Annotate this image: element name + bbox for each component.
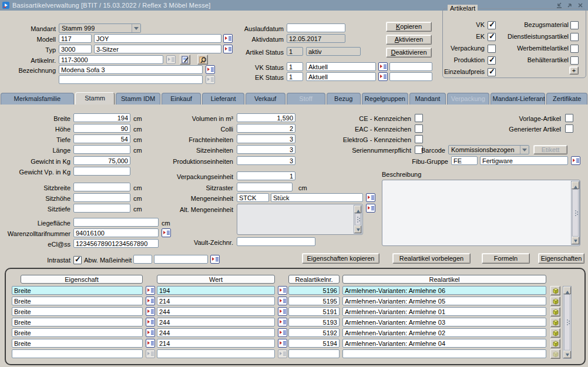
scroll-up-icon[interactable] [572, 181, 579, 189]
wert-cell[interactable] [157, 328, 275, 337]
sitzraster-field[interactable] [237, 183, 293, 191]
chevron-down-icon[interactable] [520, 146, 529, 154]
wert-lov-icon[interactable] [278, 339, 287, 348]
typ-lov-icon[interactable] [223, 45, 233, 53]
scroll-thumb[interactable] [572, 189, 579, 237]
eigenschaft-lov-icon[interactable] [146, 286, 155, 295]
elektrog-kennzeichen-checkbox[interactable] [415, 135, 423, 143]
behaelterartikel-checkbox[interactable] [570, 56, 579, 65]
realartikel-cell[interactable] [342, 349, 546, 358]
eigenschaft-lov-icon[interactable] [146, 318, 155, 326]
wert-cell[interactable] [157, 307, 275, 316]
realartikel-open-button[interactable] [550, 307, 560, 317]
artikelnr-edit-button[interactable] [180, 55, 190, 65]
eigenschaft-lov-icon[interactable] [146, 339, 155, 348]
colli-field[interactable] [237, 124, 295, 133]
tab-stamm-idm[interactable]: Stamm IDM [116, 93, 160, 105]
verpackungseinheit-field[interactable] [237, 171, 295, 180]
tab-stamm[interactable]: Stamm [75, 92, 115, 105]
realartikel-vorbelegen-button[interactable]: Realartikel vorbelegen [392, 253, 471, 264]
eigenschaft-cell[interactable] [12, 318, 143, 326]
typ-code-field[interactable] [59, 45, 92, 53]
realartikelnr-cell[interactable] [288, 318, 340, 326]
eigenschaft-lov-icon[interactable] [146, 328, 155, 337]
table-scrollbar[interactable] [563, 286, 572, 359]
beschreibung-textarea[interactable] [382, 180, 580, 246]
abw-masseinheit-text-field[interactable] [154, 255, 208, 264]
scroll-down-icon[interactable] [563, 351, 571, 358]
abw-masseinheit-code-field[interactable] [133, 255, 152, 264]
eac-kennzeichen-checkbox[interactable] [415, 124, 423, 133]
ek-status-code-field[interactable] [287, 72, 303, 81]
bezugsmaterial-checkbox[interactable] [570, 21, 579, 29]
ek-checkbox[interactable] [488, 33, 496, 41]
tab-regelgruppen[interactable]: Regelgruppen [362, 93, 408, 105]
bezeichnung2-field[interactable] [59, 75, 203, 84]
artikelnr-search-button[interactable] [197, 55, 208, 65]
realartikel-open-button[interactable] [550, 286, 560, 295]
realartikelnr-cell[interactable] [288, 297, 340, 305]
eigenschaft-cell[interactable] [12, 297, 143, 305]
realartikelnr-cell[interactable] [288, 307, 340, 316]
breite-field[interactable] [73, 113, 130, 122]
ce-kennzeichen-checkbox[interactable] [415, 114, 423, 122]
eclass-field[interactable] [73, 239, 159, 248]
realartikel-cell[interactable] [342, 307, 546, 316]
typ-name-field[interactable] [94, 45, 221, 53]
wert-lov-icon[interactable] [278, 307, 287, 316]
abw-masseinheit-lov-icon[interactable] [210, 255, 220, 264]
vk-status-extra-field[interactable] [389, 62, 432, 71]
wert-lov-icon[interactable] [278, 328, 287, 337]
vk-status-code-field[interactable] [287, 62, 303, 71]
frachteinheiten-field[interactable] [237, 134, 295, 143]
produktion-checkbox[interactable] [488, 56, 496, 65]
eigenschaften-button[interactable]: Eigenschaften [538, 253, 584, 264]
eigenschaft-cell[interactable] [12, 339, 143, 348]
verpackung-checkbox[interactable] [488, 45, 496, 53]
tab-merkmalsfamilie[interactable]: Merkmalsfamilie [1, 93, 74, 105]
realartikel-cell[interactable] [342, 328, 546, 337]
hoehe-field[interactable] [73, 124, 130, 133]
realartikelnr-cell[interactable] [288, 339, 340, 348]
bezeichnung-field[interactable] [59, 65, 203, 74]
bezeichnung-lov-icon[interactable] [206, 65, 215, 74]
dienstleistungsartikel-checkbox[interactable] [570, 33, 579, 41]
sitzbreite-field[interactable] [73, 183, 130, 191]
barcode-combo[interactable]: Kommissionsbezogen [448, 145, 529, 154]
aktivieren-button[interactable]: Aktivieren [386, 35, 432, 45]
alt-mengeneinheit-scrollbar[interactable] [354, 205, 362, 234]
tab-einkauf[interactable]: Einkauf [162, 93, 201, 105]
realartikel-cell[interactable] [342, 318, 546, 326]
sitzhoehe-field[interactable] [73, 193, 130, 202]
alt-mengeneinheit-listbox[interactable] [237, 204, 363, 235]
sitzeinheiten-field[interactable] [237, 145, 295, 154]
wert-lov-icon[interactable] [278, 286, 287, 295]
einzelaufpreis-checkbox[interactable] [488, 68, 496, 76]
eigenschaft-cell[interactable] [12, 307, 143, 316]
tiefe-field[interactable] [73, 134, 130, 143]
wert-cell[interactable] [157, 339, 275, 348]
eigenschaft-lov-icon[interactable] [146, 307, 155, 316]
intrastat-checkbox[interactable] [73, 256, 82, 264]
col-header-realartikel[interactable]: Realartikel [342, 275, 546, 284]
wert-cell[interactable] [157, 286, 275, 295]
gewicht-vp-field[interactable] [73, 167, 130, 176]
generierter-artikel-checkbox[interactable] [565, 124, 573, 133]
modell-name-field[interactable] [94, 34, 221, 43]
scroll-down-icon[interactable] [354, 225, 361, 233]
vorlage-artikel-checkbox[interactable] [565, 114, 573, 122]
realartikel-cell[interactable] [342, 286, 546, 295]
auslaufdatum-field[interactable] [287, 23, 345, 32]
sitztiefe-field[interactable] [73, 204, 130, 213]
modell-code-field[interactable] [59, 34, 92, 43]
vk-status-lov-icon[interactable] [378, 62, 388, 71]
wert-cell[interactable] [157, 318, 275, 326]
tab-bezug[interactable]: Bezug [327, 93, 361, 105]
eigenschaft-lov-icon[interactable] [146, 297, 155, 305]
eigenschaft-cell[interactable] [12, 286, 143, 295]
eigenschaft-cell[interactable] [12, 349, 143, 358]
beschreibung-scrollbar[interactable] [571, 181, 580, 245]
realartikel-open-button[interactable] [550, 339, 560, 348]
realartikel-cell[interactable] [342, 297, 546, 305]
laenge-field[interactable] [73, 145, 130, 154]
